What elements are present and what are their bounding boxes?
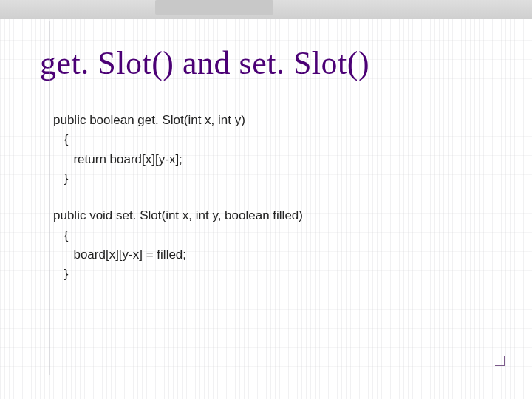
left-margin-line <box>49 21 50 375</box>
code-line: { <box>53 226 482 245</box>
code-line: public void set. Slot(int x, int y, bool… <box>53 206 482 225</box>
top-tab <box>155 0 273 15</box>
code-line: board[x][y-x] = filled; <box>53 245 482 265</box>
code-line: public boolean get. Slot(int x, int y) <box>53 111 482 130</box>
title-underline <box>40 89 492 89</box>
slide-title: get. Slot() and set. Slot() <box>40 44 369 82</box>
code-line: { <box>53 130 482 149</box>
code-block-setslot: public void set. Slot(int x, int y, bool… <box>53 206 482 284</box>
code-block-getslot: public boolean get. Slot(int x, int y) {… <box>53 111 482 188</box>
corner-mark-icon <box>495 356 505 366</box>
code-line: return board[x][y-x]; <box>53 150 482 169</box>
code-line: } <box>53 169 482 188</box>
slide-body: public boolean get. Slot(int x, int y) {… <box>53 111 482 302</box>
code-line: } <box>53 265 482 284</box>
slide: get. Slot() and set. Slot() public boole… <box>0 0 532 399</box>
